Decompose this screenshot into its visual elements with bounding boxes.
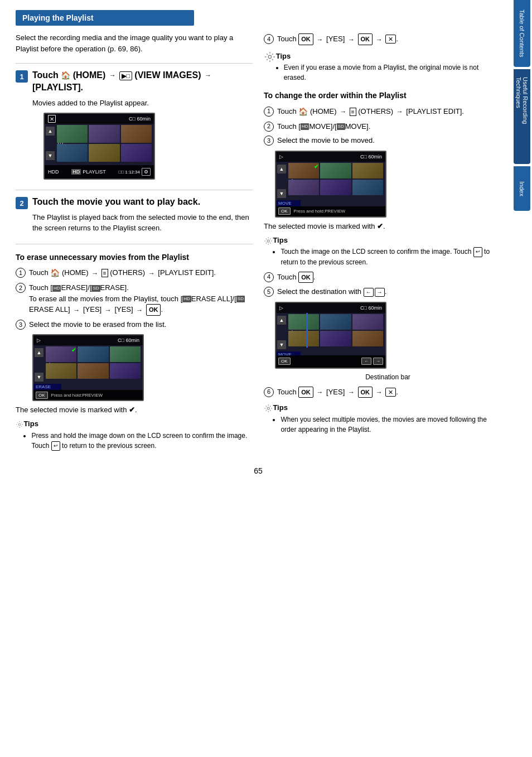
- screen-top-bar-4: ▷ C□ 60min: [276, 303, 385, 313]
- thumb-1: [57, 125, 88, 143]
- erase-step-3-num: 3: [16, 320, 26, 330]
- thumb-6b: [320, 180, 351, 195]
- thumb-3a: [78, 363, 108, 379]
- step-1-title: Touch 🏠 (HOME) → ▶□ (VIEW IMAGES) → [PLA…: [32, 69, 253, 94]
- erase-step-2-num: 2: [16, 283, 26, 293]
- tips-content-erase: Tips Press and hold the image down on th…: [23, 418, 253, 451]
- right-column: 4 Touch OK → [YES] → OK → ✕. Tips: [264, 10, 501, 455]
- tips-box-order-2: Tips When you select multiple movies, th…: [264, 402, 501, 435]
- divider-2: [16, 190, 253, 190]
- order-step-5-num: 5: [264, 287, 274, 297]
- nav-up-1: ▲: [46, 127, 55, 136]
- marked-text-order: The selected movie is marked with ✔.: [264, 222, 501, 230]
- thumb-6a: [110, 363, 141, 379]
- order-step-5-text: Select the destination with ← → .: [277, 286, 501, 297]
- order-step-2-text: Touch [HDMOVE]/[SDMOVE].: [277, 121, 501, 132]
- dest-indicator: [306, 313, 308, 348]
- tips-gear-icon-4: [264, 402, 273, 414]
- nav-down-4: ▼: [277, 340, 286, 349]
- screen-ok-bar-3: OK Press and hold:PREVIEW: [276, 206, 385, 216]
- order-tips-2-item: When you select multiple movies, the mov…: [280, 414, 501, 435]
- screen-top-bar-2: ▷ C□ 60min: [33, 335, 143, 345]
- step4-erase-num: 4: [264, 34, 274, 44]
- left-column: Playing the Playlist Select the recordin…: [16, 10, 253, 455]
- order-tips-item: Touch the image on the LCD screen to con…: [280, 247, 501, 267]
- order-step-4-text: Touch OK.: [277, 272, 501, 283]
- erase-step-3: 3 Select the movie to be erased from the…: [16, 319, 253, 330]
- order-step-3: 3 Select the movie to be moved.: [264, 135, 501, 146]
- thumbnails-1: [56, 124, 153, 163]
- camera-screen-3: ▷ C□ 60min ▲ 1/1 ▼ ✔: [275, 151, 386, 218]
- camera-screen-2: ▷ C□ 60min ▲ 1/1 ▼ ✔: [32, 334, 144, 401]
- nav-area-4: ▲ 1/1 ▼: [276, 313, 287, 352]
- marked-text-erase: The selected movie is marked with ✔.: [16, 406, 253, 414]
- camera-screen-4: ▷ C□ 60min ▲ 1/1 ▼: [275, 302, 386, 369]
- nav-down-2: ▼: [35, 373, 43, 382]
- move-label-3: MOVE: [276, 200, 301, 206]
- nav-area-3: ▲ 1/1 ▼: [276, 162, 287, 201]
- tips-gear-icon-3: [264, 235, 273, 247]
- main-content: Playing the Playlist Select the recordin…: [0, 0, 512, 757]
- close-btn-1: ✕: [48, 115, 56, 123]
- ok-btn-2: OK: [36, 392, 48, 399]
- divider-1: [16, 63, 253, 64]
- tab-table-of-contents[interactable]: Table of Contents: [514, 0, 530, 67]
- thumbnails-4-grid: [287, 313, 384, 348]
- step-1-desc: Movies added to the Playlist appear.: [32, 98, 253, 109]
- nav-up-3: ▲: [277, 165, 286, 173]
- order-step-3-num: 3: [264, 136, 274, 146]
- tips-content-order: Tips Touch the image on the LCD screen t…: [273, 235, 501, 267]
- order-section-title: To change the order within the Playlist: [264, 90, 501, 102]
- svg-point-1: [268, 55, 271, 58]
- page-number: 65: [16, 466, 501, 475]
- step-1-num: 1: [16, 70, 28, 83]
- order-step-6-num: 6: [264, 387, 274, 397]
- thumb-1a: [110, 346, 141, 362]
- t3: [352, 331, 383, 346]
- tab-index[interactable]: Index: [514, 166, 530, 211]
- thumb-2b: [288, 180, 319, 195]
- thumbnails-3: ✔: [287, 162, 384, 196]
- t2: [352, 314, 383, 330]
- divider-3: [16, 244, 253, 244]
- svg-point-3: [267, 407, 269, 409]
- erase-step-1-text: Touch 🏠 (HOME) → ≡ (OTHERS) → [PLAYLIST …: [29, 267, 253, 279]
- thumb-4b: [352, 180, 383, 195]
- order-step-3-text: Select the movie to be moved.: [277, 135, 501, 146]
- order-step-6: 6 Touch OK → [YES] → OK → ✕.: [264, 387, 501, 398]
- tips-content-erase-top: Tips Even if you erase a movie from a Pl…: [276, 51, 501, 83]
- order-step-5: 5 Select the destination with ← → .: [264, 286, 501, 297]
- step-2-desc: The Playlist is played back from the sel…: [32, 212, 253, 234]
- tips-item-1: Press and hold the image down on the LCD…: [31, 431, 253, 451]
- order-step-1-text: Touch 🏠 (HOME) → ≡ (OTHERS) → [PLAYLIST …: [277, 106, 501, 118]
- erase-label: ERASE: [33, 384, 61, 390]
- screen-bottom-bar-1: HDD HD PLAYLIST □□ 1:12:34 ⚙: [45, 165, 154, 179]
- right-btn-4: →: [373, 358, 383, 365]
- nav-area-1: ▲ 1/1 ▼: [45, 124, 56, 163]
- step-2-title: Touch the movie you want to play back.: [32, 196, 253, 208]
- thumb-3b: ✔: [288, 163, 319, 179]
- step-2-content: Touch the movie you want to play back. T…: [32, 196, 253, 238]
- order-step-1: 1 Touch 🏠 (HOME) → ≡ (OTHERS) → [PLAYLIS…: [264, 106, 501, 118]
- nav-down-3: ▼: [277, 189, 286, 198]
- thumbnails-4: [287, 313, 386, 315]
- order-step-6-text: Touch OK → [YES] → OK → ✕.: [277, 387, 501, 398]
- step4-erase-container: 4 Touch OK → [YES] → OK → ✕.: [264, 33, 501, 45]
- tab-useful-recording[interactable]: Useful Recording Techniques: [514, 69, 530, 164]
- thumb-2a: ✔: [46, 346, 76, 362]
- step-1: 1 Touch 🏠 (HOME) → ▶□ (VIEW IMAGES) → [P…: [16, 69, 253, 184]
- tips-box-order: Tips Touch the image on the LCD screen t…: [264, 235, 501, 267]
- screen-top-bar-3: ▷ C□ 60min: [276, 152, 385, 162]
- erase-tips-item: Even if you erase a movie from a Playlis…: [284, 62, 501, 83]
- thumb-4a: [78, 346, 108, 362]
- step4-erase: 4 Touch OK → [YES] → OK → ✕.: [264, 33, 501, 45]
- right-tabs: Table of Contents Useful Recording Techn…: [512, 0, 532, 757]
- nav-area-2: ▲ 1/1 ▼: [33, 345, 45, 384]
- thumb-5: [89, 144, 119, 162]
- thumb-1b: [320, 163, 351, 179]
- step4-erase-text: Touch OK → [YES] → OK → ✕.: [277, 33, 501, 45]
- screen-dest-bottom: OK ← →: [276, 355, 385, 368]
- tips-box-erase: Tips Press and hold the image down on th…: [16, 418, 253, 451]
- destination-label: Destination bar: [275, 373, 501, 381]
- nav-up-2: ▲: [35, 348, 43, 357]
